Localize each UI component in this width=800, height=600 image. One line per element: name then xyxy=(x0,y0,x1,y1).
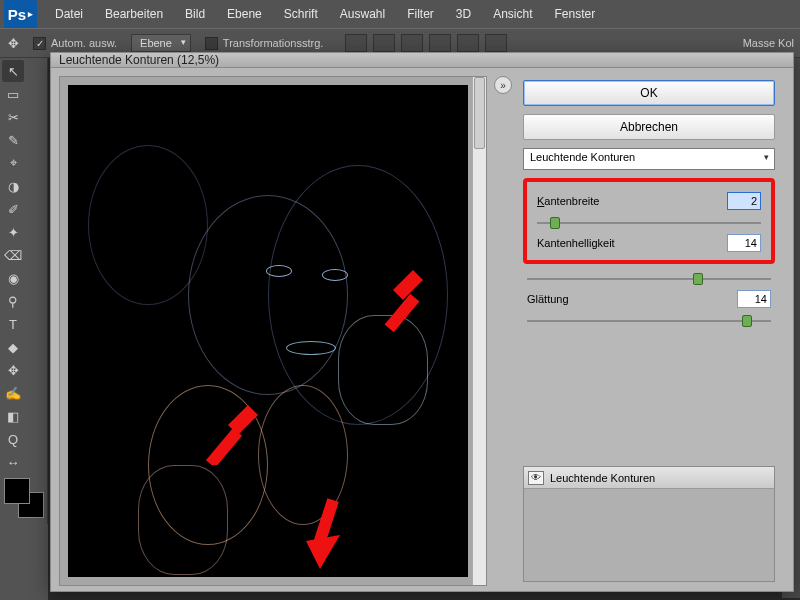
align-icon[interactable] xyxy=(457,34,479,52)
align-icon[interactable] xyxy=(429,34,451,52)
controls-pane: OK Abbrechen Leuchtende Konturen KKanten… xyxy=(519,76,785,586)
effect-row[interactable]: 👁 Leuchtende Konturen xyxy=(524,467,774,489)
svg-marker-0 xyxy=(393,270,423,300)
tool-history[interactable]: ◉ xyxy=(2,267,24,289)
svg-rect-3 xyxy=(206,428,242,465)
menu-auswahl[interactable]: Auswahl xyxy=(330,3,395,25)
menu-bild[interactable]: Bild xyxy=(175,3,215,25)
auto-select-label: Autom. ausw. xyxy=(51,37,117,49)
collapse-categories-button[interactable]: » xyxy=(494,76,512,94)
annotation-arrow xyxy=(198,395,268,465)
menu-schrift[interactable]: Schrift xyxy=(274,3,328,25)
right-label: Masse Kol xyxy=(743,37,794,49)
checkbox-icon xyxy=(205,37,218,50)
svg-marker-5 xyxy=(306,535,340,569)
glaettung-slider[interactable] xyxy=(527,314,771,328)
align-icon[interactable] xyxy=(345,34,367,52)
tool-marquee[interactable]: ▭ xyxy=(2,83,24,105)
align-icon[interactable] xyxy=(485,34,507,52)
menu-bearbeiten[interactable]: Bearbeiten xyxy=(95,3,173,25)
tool-brush[interactable]: ✦ xyxy=(2,221,24,243)
menubar: Ps Datei Bearbeiten Bild Ebene Schrift A… xyxy=(0,0,800,28)
effect-stack: 👁 Leuchtende Konturen xyxy=(523,466,775,582)
tool-type[interactable]: T xyxy=(2,313,24,335)
menu-3d[interactable]: 3D xyxy=(446,3,481,25)
cancel-button[interactable]: Abbrechen xyxy=(523,114,775,140)
transform-checkbox[interactable]: Transformationsstrg. xyxy=(205,37,323,50)
kantenbreite-label: KKantenbreiteantenbreite xyxy=(537,195,599,207)
layer-dropdown[interactable]: Ebene xyxy=(131,34,191,52)
auto-select-checkbox[interactable]: ✓ Autom. ausw. xyxy=(33,37,117,50)
transform-label: Transformationsstrg. xyxy=(223,37,323,49)
color-swatch[interactable] xyxy=(4,478,44,518)
chevron-icon: » xyxy=(500,80,506,91)
kantenhelligkeit-input[interactable] xyxy=(727,234,761,252)
tool-screen[interactable]: ↔ xyxy=(2,451,24,473)
kantenhelligkeit-slider[interactable] xyxy=(527,272,771,286)
tool-heal[interactable]: ✐ xyxy=(2,198,24,220)
filter-select[interactable]: Leuchtende Konturen xyxy=(523,148,775,170)
align-icons xyxy=(345,34,507,52)
preview-scroll[interactable] xyxy=(59,76,487,586)
menu-ansicht[interactable]: Ansicht xyxy=(483,3,542,25)
menu-ebene[interactable]: Ebene xyxy=(217,3,272,25)
align-icon[interactable] xyxy=(401,34,423,52)
toolbox: ↖ ▭ ✂ ✎ ⌖ ◑ ✐ ✦ ⌫ ◉ ⚲ T ◆ ✥ ✍ ◧ Q ↔ xyxy=(0,58,48,524)
tool-hand[interactable]: ✍ xyxy=(2,382,24,404)
menu-fenster[interactable]: Fenster xyxy=(545,3,606,25)
menu-datei[interactable]: Datei xyxy=(45,3,93,25)
preview-pane xyxy=(59,76,487,586)
dialog-title: Leuchtende Konturen (12,5%) xyxy=(51,53,793,68)
tool-path[interactable]: ◆ xyxy=(2,336,24,358)
align-icon[interactable] xyxy=(373,34,395,52)
effect-body xyxy=(524,489,774,581)
preview-image xyxy=(68,85,468,577)
tool-eyedropper[interactable]: ◑ xyxy=(2,175,24,197)
move-tool-icon[interactable]: ✥ xyxy=(8,36,19,51)
tool-zoom[interactable]: ◧ xyxy=(2,405,24,427)
effect-name: Leuchtende Konturen xyxy=(550,472,655,484)
glaettung-label: Glättung xyxy=(527,293,569,305)
tool-stamp[interactable]: ⌫ xyxy=(2,244,24,266)
glaettung-input[interactable] xyxy=(737,290,771,308)
visibility-icon[interactable]: 👁 xyxy=(528,471,544,485)
menu-filter[interactable]: Filter xyxy=(397,3,444,25)
filter-gallery-dialog: Leuchtende Konturen (12,5%) xyxy=(50,52,794,592)
kantenbreite-slider[interactable] xyxy=(537,216,761,230)
annotation-arrow xyxy=(298,495,358,575)
svg-rect-1 xyxy=(385,294,420,332)
tool-quickmask[interactable]: Q xyxy=(2,428,24,450)
ok-button[interactable]: OK xyxy=(523,80,775,106)
preview-scrollbar[interactable] xyxy=(472,77,486,585)
tool-wand[interactable]: ✎ xyxy=(2,129,24,151)
checkbox-icon: ✓ xyxy=(33,37,46,50)
tool-shape[interactable]: ✥ xyxy=(2,359,24,381)
tool-move[interactable]: ↖ xyxy=(2,60,24,82)
slider-thumb[interactable] xyxy=(550,217,560,229)
tool-eraser[interactable]: ⚲ xyxy=(2,290,24,312)
collapse-column: » xyxy=(493,76,513,586)
app-logo[interactable]: Ps xyxy=(4,0,37,28)
kantenbreite-input[interactable] xyxy=(727,192,761,210)
slider-thumb[interactable] xyxy=(693,273,703,285)
fg-color[interactable] xyxy=(4,478,30,504)
kantenhelligkeit-label: Kantenhelligkeit xyxy=(537,237,615,249)
annotation-arrow xyxy=(368,265,428,335)
slider-thumb[interactable] xyxy=(742,315,752,327)
tool-crop[interactable]: ⌖ xyxy=(2,152,24,174)
tool-lasso[interactable]: ✂ xyxy=(2,106,24,128)
highlighted-param-group: KKantenbreiteantenbreite Kantenhelligkei… xyxy=(523,178,775,264)
